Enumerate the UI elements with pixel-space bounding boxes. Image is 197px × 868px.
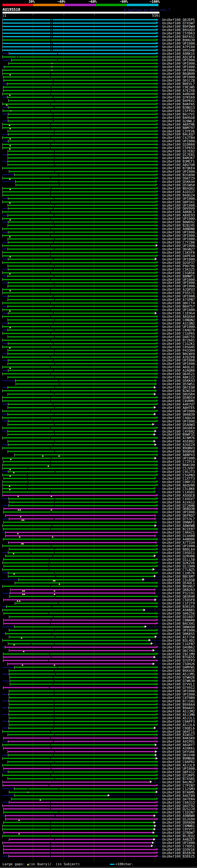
alignment-row[interactable]: UniRef100_A4R7U7: [0, 402, 197, 406]
alignment-row[interactable]: UniRef100_A1CQN2: [0, 321, 197, 325]
alignment-row[interactable]: UniRef100_C7XD51: [0, 844, 197, 848]
alignment-row[interactable]: UniRef100_Q6CEQ0: [0, 386, 197, 389]
alignment-row[interactable]: UniRef100_A7DZP8: [0, 355, 197, 359]
alignment-row[interactable]: UniRef100_Q726H6: [0, 504, 197, 507]
alignment-row[interactable]: UniRef100_B8DL64: [0, 548, 197, 551]
alignment-row[interactable]: UniRef100_C5LBK6: [0, 487, 197, 490]
alignment-row[interactable]: UniRef100_A5JJL9: [0, 764, 197, 767]
alignment-row[interactable]: UniRef100_B3R1V5: [0, 605, 197, 609]
alignment-row[interactable]: UniRef100_C6HQ79: [0, 328, 197, 332]
subject-label[interactable]: UniRef100_Q47ER4: [162, 798, 195, 801]
alignment-row[interactable]: UniRef100_UPI000..: [0, 281, 197, 284]
alignment-row[interactable]: UniRef100_B9X435: [0, 669, 197, 673]
alignment-row[interactable]: UniRef100_C4JTB4: [0, 136, 197, 140]
alignment-row[interactable]: UniRef100_A0NDN8: [0, 227, 197, 230]
alignment-row[interactable]: UniRef100_C4QUJ4: [0, 416, 197, 420]
alignment-row[interactable]: UniRef100_Q17E81: [0, 153, 197, 156]
subject-label[interactable]: UniRef100_B8C6M7: [162, 575, 195, 578]
alignment-row[interactable]: UniRef100_Q01CZ8: [0, 79, 197, 82]
alignment-row[interactable]: UniRef100_B9Q0V8: [0, 450, 197, 453]
alignment-row[interactable]: UniRef100_UPI000..: [0, 510, 197, 514]
alignment-row[interactable]: UniRef100_A8KBC3: [0, 210, 197, 214]
alignment-row[interactable]: UniRef100_Q55W51: [0, 382, 197, 386]
alignment-row[interactable]: UniRef100_A5C9F4: [0, 55, 197, 59]
alignment-row[interactable]: UniRef100_Q9X6D0: [0, 821, 197, 824]
alignment-row[interactable]: UniRef100_UPI000..: [0, 170, 197, 173]
alignment-row[interactable]: UniRef100_C0YVT1: [0, 828, 197, 831]
alignment-row[interactable]: UniRef100_C5GPN3: [0, 473, 197, 477]
subject-label[interactable]: UniRef100_B8M797: [162, 126, 195, 130]
alignment-row[interactable]: UniRef100_Q6BQ38: [0, 507, 197, 510]
alignment-row[interactable]: UniRef100_Q6FRQ7: [0, 514, 197, 517]
alignment-row[interactable]: UniRef100_B4KSK0: [0, 737, 197, 740]
alignment-row[interactable]: UniRef100_UPI000..: [0, 69, 197, 72]
alignment-row[interactable]: UniRef100_Q5BDI4: [0, 396, 197, 399]
alignment-row[interactable]: UniRef100_B3NQ13: [0, 105, 197, 109]
alignment-row[interactable]: UniRef100_B8C6M7: [0, 575, 197, 578]
alignment-row[interactable]: UniRef100_Q2GP37: [0, 261, 197, 264]
alignment-row[interactable]: UniRef100_B3MCF1: [0, 160, 197, 163]
alignment-row[interactable]: UniRef100_A3XK61: [0, 747, 197, 750]
alignment-row[interactable]: UniRef100_B8MWT1: [0, 274, 197, 278]
alignment-row[interactable]: UniRef100_A1TJS6: [0, 635, 197, 639]
subject-label[interactable]: UniRef100_B3E6Z5: [162, 855, 195, 858]
alignment-row[interactable]: UniRef100_C0SGH5: [0, 345, 197, 348]
alignment-row[interactable]: UniRef100_UPI000..: [0, 278, 197, 281]
alignment-row[interactable]: UniRef100_A4BDD6: [0, 537, 197, 541]
alignment-row[interactable]: UniRef100_C0SDI1: [0, 551, 197, 554]
alignment-row[interactable]: UniRef100_C1E9G4: [0, 312, 197, 315]
alignment-row[interactable]: UniRef100_Q0CCT4: [0, 302, 197, 305]
alignment-row[interactable]: UniRef100_Q7WHZ6: [0, 676, 197, 679]
alignment-row[interactable]: UniRef100_UPI000..: [0, 693, 197, 696]
alignment-row[interactable]: UniRef100_B9FDW4: [0, 25, 197, 28]
alignment-row[interactable]: UniRef100_C1ZSM3: [0, 787, 197, 790]
alignment-row[interactable]: UniRef100_UPI000..: [0, 544, 197, 548]
alignment-row[interactable]: UniRef100_O14400: [0, 534, 197, 537]
alignment-row[interactable]: UniRef100_C1K5F8: [0, 251, 197, 254]
alignment-row[interactable]: UniRef100_UPI000..: [0, 628, 197, 632]
alignment-row[interactable]: UniRef100_A7AM76: [0, 436, 197, 440]
alignment-row[interactable]: UniRef100_C8VRM5: [0, 399, 197, 402]
alignment-row[interactable]: UniRef100_C1F2T9: [0, 602, 197, 605]
alignment-row[interactable]: UniRef100_Q5KK43: [0, 379, 197, 382]
alignment-row[interactable]: UniRef100_C7ZFC4: [0, 460, 197, 463]
alignment-row[interactable]: UniRef100_UPI000..: [0, 204, 197, 207]
alignment-row[interactable]: UniRef100_Q7RDW7: [0, 831, 197, 834]
alignment-row[interactable]: UniRef100_Q7K569: [0, 95, 197, 99]
alignment-row[interactable]: UniRef100_B4P6V2: [0, 99, 197, 102]
alignment-row[interactable]: UniRef100_A1D3J7: [0, 190, 197, 193]
alignment-row[interactable]: UniRef100_UPI000..: [0, 65, 197, 69]
alignment-row[interactable]: UniRef100_Q54QC1: [0, 581, 197, 585]
alignment-row[interactable]: UniRef100_B8M797: [0, 126, 197, 129]
alignment-row[interactable]: UniRef100_B7G655: [0, 655, 197, 659]
alignment-row[interactable]: UniRef100_A9RK15: [0, 52, 197, 55]
alignment-row[interactable]: UniRef100_Q01V48: [0, 753, 197, 757]
alignment-row[interactable]: UniRef100_B0XQ02: [0, 187, 197, 190]
alignment-row[interactable]: UniRef100_A5JJM1: [0, 673, 197, 676]
alignment-row[interactable]: UniRef100_Q4MYW1: [0, 666, 197, 669]
alignment-row[interactable]: UniRef100_B4KPA5: [0, 102, 197, 105]
subject-label[interactable]: UniRef100_Q4UB62: [162, 646, 195, 649]
alignment-row[interactable]: UniRef100_Q6GN27: [0, 247, 197, 251]
alignment-row[interactable]: UniRef100_UPI000..: [0, 62, 197, 65]
subject-label[interactable]: UniRef100_A4GT89: [162, 794, 195, 798]
alignment-row[interactable]: UniRef100_B2W1S4: [0, 389, 197, 393]
subject-label[interactable]: UniRef100_P43304: [162, 349, 195, 352]
alignment-row[interactable]: UniRef100_Q55W50: [0, 183, 197, 187]
alignment-row[interactable]: UniRef100_A3GEZ4: [0, 443, 197, 446]
alignment-row[interactable]: UniRef100_C5YD63: [0, 31, 197, 35]
alignment-row[interactable]: UniRef100_Q7UTP3: [0, 659, 197, 662]
alignment-row[interactable]: UniRef100_C6C1M9: [0, 652, 197, 655]
alignment-row[interactable]: UniRef100_UPI000..: [0, 230, 197, 234]
alignment-row[interactable]: UniRef100_UPI000..: [0, 409, 197, 412]
alignment-row[interactable]: UniRef100_A4BZE7: [0, 838, 197, 841]
alignment-row[interactable]: UniRef100_C0A313: [0, 801, 197, 804]
alignment-row[interactable]: UniRef100_B7XSR5: [0, 777, 197, 780]
alignment-row[interactable]: UniRef100_Q39V16: [0, 848, 197, 851]
alignment-row[interactable]: UniRef100_B4LMG7: [0, 780, 197, 784]
alignment-row[interactable]: UniRef100_Q4YUA6: [0, 750, 197, 753]
alignment-row[interactable]: UniRef100_Q1DR60: [0, 143, 197, 146]
alignment-row[interactable]: UniRef100_Q749I2: [0, 686, 197, 689]
alignment-row[interactable]: UniRef100_B7J1H1: [0, 699, 197, 703]
alignment-row[interactable]: UniRef100_B9AAV1: [0, 706, 197, 709]
